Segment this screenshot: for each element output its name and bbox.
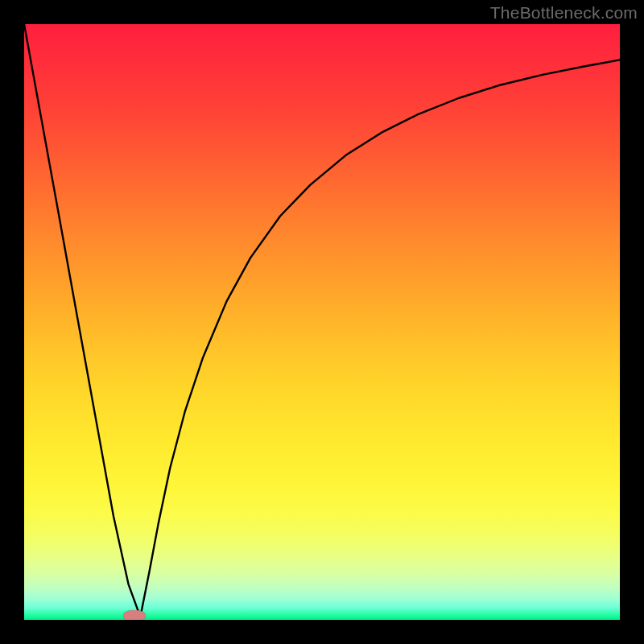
curve-left-branch: [24, 24, 140, 617]
curve-right-branch: [140, 60, 620, 617]
watermark-text: TheBottleneck.com: [490, 3, 638, 23]
chart-frame: TheBottleneck.com: [0, 0, 644, 644]
plot-area: [24, 24, 620, 620]
plot-curve: [24, 24, 620, 620]
minimum-marker: [123, 610, 146, 620]
